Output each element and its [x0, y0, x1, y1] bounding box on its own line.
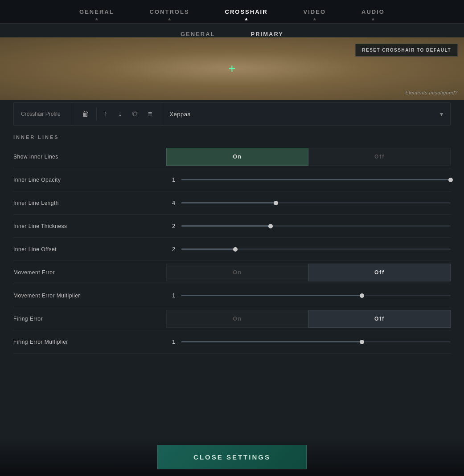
movement-error-multiplier-label: Movement Error Multiplier [13, 293, 166, 299]
setting-movement-error: Movement Error On Off [13, 261, 451, 284]
misaligned-text: Elements misaligned? [405, 90, 458, 95]
slider-thumb [360, 293, 364, 298]
profile-import-button[interactable]: ↓ [113, 106, 127, 122]
copy-icon: ⧉ [132, 110, 137, 118]
nav-item-controls[interactable]: CONTROLS [145, 5, 194, 19]
firing-error-multiplier-label: Firing Error Multiplier [13, 339, 166, 345]
profile-actions: 🗑 ↑ ↓ ⧉ ≡ [72, 103, 162, 125]
inner-line-length-control: 4 [166, 199, 451, 206]
firing-error-toggle: On Off [166, 310, 451, 328]
upload-icon: ↑ [104, 110, 107, 118]
firing-error-multiplier-slider: 1 [166, 338, 451, 345]
slider-fill [181, 225, 270, 227]
close-settings-wrapper: CLOSE SETTINGS [0, 438, 464, 476]
movement-error-control: On Off [166, 264, 451, 281]
profile-label: Crosshair Profile [14, 111, 72, 117]
slider-track[interactable] [181, 248, 451, 250]
firing-error-on-button[interactable]: On [166, 310, 308, 328]
subnav-primary[interactable]: PRIMARY [251, 31, 283, 37]
inner-line-opacity-control: 1 [166, 176, 451, 183]
firing-error-control: On Off [166, 310, 451, 328]
nav-item-audio[interactable]: AUDIO [357, 5, 389, 19]
slider-thumb [448, 178, 453, 182]
slider-fill [181, 295, 361, 296]
setting-inner-line-length: Inner Line Length 4 [13, 191, 451, 215]
inner-line-opacity-label: Inner Line Opacity [13, 177, 166, 183]
crosshair-preview: RESET CROSSHAIR TO DEFAULT Elements misa… [0, 37, 464, 100]
inner-line-thickness-value: 2 [166, 223, 175, 229]
slider-track[interactable] [181, 295, 451, 296]
firing-error-multiplier-value: 1 [166, 338, 175, 345]
firing-error-multiplier-control: 1 [166, 338, 451, 345]
close-settings-button[interactable]: CLOSE SETTINGS [157, 445, 307, 469]
inner-line-opacity-slider: 1 [166, 176, 451, 183]
chevron-down-icon: ▾ [440, 110, 443, 118]
slider-thumb [233, 247, 238, 252]
setting-inner-line-thickness: Inner Line Thickness 2 [13, 215, 451, 238]
toggle-on-button[interactable]: On [166, 148, 308, 166]
slider-thumb [360, 340, 364, 344]
profile-delete-button[interactable]: 🗑 [77, 106, 94, 122]
inner-line-length-value: 4 [166, 199, 175, 206]
profile-list-button[interactable]: ≡ [143, 106, 157, 122]
setting-inner-line-opacity: Inner Line Opacity 1 [13, 168, 451, 191]
crosshair-symbol [228, 62, 235, 75]
movement-error-label: Movement Error [13, 269, 166, 276]
separator [96, 107, 97, 121]
inner-line-offset-label: Inner Line Offset [13, 246, 166, 252]
movement-error-multiplier-value: 1 [166, 292, 175, 299]
nav-item-video[interactable]: VIDEO [299, 5, 330, 19]
profile-selected-value: Xeppaa [169, 111, 191, 118]
profile-copy-button[interactable]: ⧉ [127, 106, 143, 122]
setting-movement-error-multiplier: Movement Error Multiplier 1 [13, 284, 451, 307]
slider-thumb [268, 224, 273, 228]
slider-fill [181, 202, 275, 203]
section-title-inner-lines: INNER LINES [13, 134, 451, 140]
setting-firing-error: Firing Error On Off [13, 307, 451, 330]
settings-content: INNER LINES Show Inner Lines On Off Inne… [0, 126, 464, 434]
movement-error-multiplier-control: 1 [166, 292, 451, 299]
sub-navigation: GENERAL PRIMARY [0, 24, 464, 37]
toggle-off-button[interactable]: Off [308, 148, 451, 166]
inner-line-offset-control: 2 [166, 246, 451, 252]
show-inner-lines-label: Show Inner Lines [13, 154, 166, 160]
subnav-general[interactable]: GENERAL [181, 31, 215, 37]
movement-error-off-button[interactable]: Off [308, 264, 451, 281]
firing-error-label: Firing Error [13, 316, 166, 322]
profile-select[interactable]: Xeppaa ▾ [162, 103, 450, 125]
slider-track[interactable] [181, 202, 451, 203]
slider-track[interactable] [181, 341, 451, 342]
firing-error-off-button[interactable]: Off [308, 310, 451, 328]
trash-icon: 🗑 [82, 110, 89, 118]
slider-track[interactable] [181, 179, 451, 180]
setting-inner-line-offset: Inner Line Offset 2 [13, 238, 451, 261]
top-navigation: GENERAL CONTROLS CROSSHAIR VIDEO AUDIO [0, 0, 464, 24]
reset-crosshair-button[interactable]: RESET CROSSHAIR TO DEFAULT [355, 44, 458, 57]
inner-line-offset-slider: 2 [166, 246, 451, 252]
show-inner-lines-toggle: On Off [166, 148, 451, 166]
inner-line-opacity-value: 1 [166, 176, 175, 183]
inner-line-length-slider: 4 [166, 199, 451, 206]
download-icon: ↓ [118, 110, 122, 118]
setting-show-inner-lines: Show Inner Lines On Off [13, 145, 451, 168]
show-inner-lines-control: On Off [166, 148, 451, 166]
inner-line-length-label: Inner Line Length [13, 200, 166, 206]
inner-line-offset-value: 2 [166, 246, 175, 252]
nav-item-crosshair[interactable]: CROSSHAIR [221, 5, 272, 19]
slider-track[interactable] [181, 225, 451, 227]
slider-thumb [274, 201, 278, 205]
inner-line-thickness-control: 2 [166, 223, 451, 229]
setting-firing-error-multiplier: Firing Error Multiplier 1 [13, 330, 451, 354]
inner-line-thickness-label: Inner Line Thickness [13, 223, 166, 229]
movement-error-multiplier-slider: 1 [166, 292, 451, 299]
movement-error-on-button[interactable]: On [166, 264, 308, 281]
slider-fill [181, 341, 361, 342]
inner-line-thickness-slider: 2 [166, 223, 451, 229]
slider-fill [181, 248, 235, 250]
list-icon: ≡ [148, 110, 152, 118]
movement-error-toggle: On Off [166, 264, 451, 281]
crosshair-profile-bar: Crosshair Profile 🗑 ↑ ↓ ⧉ ≡ Xeppaa ▾ [13, 102, 451, 126]
slider-fill [181, 179, 451, 180]
profile-export-button[interactable]: ↑ [99, 106, 113, 122]
nav-item-general[interactable]: GENERAL [75, 5, 119, 19]
